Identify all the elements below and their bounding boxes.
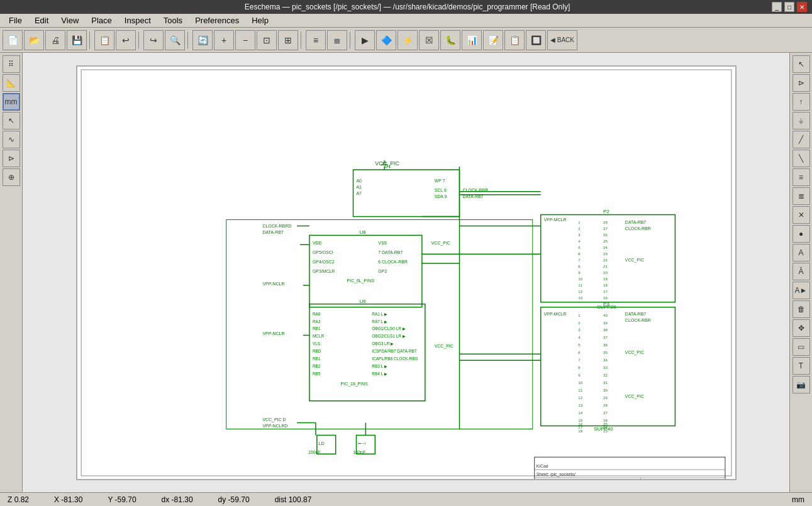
svg-text:SUPP40: SUPP40 (594, 426, 613, 432)
mm-units-button[interactable]: mm (3, 93, 20, 111)
svg-text:29: 29 (603, 396, 608, 400)
power-right-button[interactable]: ↑ (793, 93, 810, 111)
svg-text:13: 13 (578, 404, 582, 407)
zoom-level: Z 0.82 (8, 495, 29, 504)
svg-text:18: 18 (603, 283, 608, 287)
text-right-button[interactable]: A (793, 244, 810, 261)
toolbar-button-7[interactable]: 🔍 (165, 30, 185, 50)
svg-text:RB1: RB1 (312, 356, 320, 361)
menu-item-file[interactable]: File (3, 14, 28, 26)
toolbar-button-11[interactable]: ⊡ (257, 30, 277, 50)
toolbar-button-9[interactable]: + (214, 30, 234, 50)
svg-text:40: 40 (603, 314, 608, 317)
canvas-area[interactable]: VCC_PIC U1 A0 A1 A7 WP 7 SCL 8 SDA 9 CLO… (23, 53, 789, 492)
wire-button[interactable]: ∿ (3, 131, 20, 148)
toolbar-separator (350, 31, 352, 49)
close-button[interactable]: ✕ (797, 2, 807, 12)
toolbar-button-6[interactable]: ↪ (143, 30, 164, 50)
text2-right-button[interactable]: Ā (793, 263, 810, 280)
toolbar-button-1[interactable]: 📂 (24, 30, 44, 50)
svg-text:37: 37 (603, 336, 608, 339)
svg-text:31: 31 (603, 381, 608, 385)
svg-text:17: 17 (603, 290, 608, 294)
toolbar-button-14[interactable]: ≣ (327, 30, 347, 50)
toolbar-button-23[interactable]: 🔲 (526, 30, 546, 50)
hier-pin-button[interactable]: ⊳ (3, 150, 20, 167)
menu-item-edit[interactable]: Edit (28, 14, 55, 26)
toolbar-button-5[interactable]: ↩ (116, 30, 136, 50)
line1-right-button[interactable]: ╱ (793, 131, 810, 148)
junction-button[interactable]: ⊕ (3, 168, 20, 186)
toolbar-button-0[interactable]: 📄 (3, 30, 23, 50)
coord-y: Y -59.70 (108, 495, 136, 504)
select-right-button[interactable]: ↖ (793, 55, 810, 73)
junction-right-button[interactable]: ● (793, 225, 810, 243)
label-right-button[interactable]: A► (793, 282, 810, 299)
cross-right-button[interactable]: ✕ (793, 206, 810, 224)
menu-item-tools[interactable]: Tools (157, 14, 189, 26)
svg-text:13: 13 (578, 296, 582, 300)
svg-text:A0: A0 (356, 179, 362, 183)
svg-text:11: 11 (578, 388, 582, 392)
textT-right-button[interactable]: T (793, 357, 810, 375)
svg-text:SDA  9: SDA 9 (434, 194, 447, 199)
svg-text:RBD: RBD (312, 349, 321, 353)
svg-text:34: 34 (603, 358, 608, 362)
svg-text:27: 27 (603, 411, 608, 415)
toolbar-button-10[interactable]: − (235, 30, 255, 50)
svg-text:23: 23 (603, 252, 608, 256)
svg-text:VCC_PIC: VCC_PIC (625, 350, 643, 355)
bus-right-button[interactable]: ≡ (793, 168, 810, 186)
svg-text:25: 25 (603, 239, 608, 243)
dots-grid-button[interactable]: ⠿ (3, 55, 20, 73)
svg-text:CLOCK-RBR: CLOCK-RBR (625, 318, 650, 322)
toolbar-button-8[interactable]: 🔄 (192, 30, 213, 50)
toolbar-button-22[interactable]: 📋 (504, 30, 525, 50)
toolbar-button-19[interactable]: 🐛 (440, 30, 460, 50)
toolbar-back-button[interactable]: ◀ BACK (547, 30, 577, 50)
toolbar-button-12[interactable]: ⊞ (278, 30, 298, 50)
dist: dist 100.87 (275, 495, 312, 504)
menu-item-inspect[interactable]: Inspect (118, 14, 157, 26)
menu-item-place[interactable]: Place (85, 14, 118, 26)
svg-text:RB4  L ▶: RB4 L ▶ (372, 371, 387, 376)
menu-item-view[interactable]: View (55, 14, 85, 26)
svg-text:10: 10 (578, 277, 582, 281)
minimize-button[interactable]: _ (772, 2, 782, 12)
svg-text:27: 27 (603, 227, 608, 231)
maximize-button[interactable]: □ (784, 2, 794, 12)
toolbar-button-20[interactable]: 📊 (462, 30, 482, 50)
menu-item-preferences[interactable]: Preferences (189, 14, 245, 26)
delete-right-button[interactable]: 🗑 (793, 300, 810, 318)
svg-text:Sheet: /pic_sockets/: Sheet: /pic_sockets/ (536, 472, 575, 477)
svg-text:PIC_6L_PINS: PIC_6L_PINS (347, 278, 374, 283)
toolbar-button-13[interactable]: ≡ (306, 30, 326, 50)
toolbar-button-15[interactable]: ▶ (355, 30, 375, 50)
toolbar-button-16[interactable]: 🔷 (376, 30, 396, 50)
toolbar-button-17[interactable]: ⚡ (398, 30, 418, 50)
svg-text:KiCad: KiCad (536, 464, 548, 468)
toolbar-button-18[interactable]: ☒ (419, 30, 439, 50)
svg-text:ICSPDA/RB7  DATA-RB7: ICSPDA/RB7 DATA-RB7 (372, 349, 417, 353)
title-bar-controls: _ □ ✕ (772, 2, 807, 12)
camera-right-button[interactable]: 📷 (793, 376, 810, 393)
bus2-right-button[interactable]: ≣ (793, 187, 810, 205)
toolbar-button-21[interactable]: 📝 (483, 30, 503, 50)
hier-nav-right-button[interactable]: ⊳ (793, 74, 810, 92)
svg-text:11: 11 (578, 283, 582, 287)
rect-right-button[interactable]: ▭ (793, 338, 810, 356)
toolbar-button-4[interactable]: 📋 (94, 30, 114, 50)
toolbar-button-2[interactable]: 🖨 (45, 30, 65, 50)
svg-text:GP2: GP2 (378, 269, 387, 273)
cursor-button[interactable]: ↖ (3, 112, 20, 129)
move-right-button[interactable]: ✥ (793, 319, 810, 337)
ruler-button[interactable]: 📐 (3, 74, 20, 92)
toolbar-button-3[interactable]: 💾 (67, 30, 87, 50)
svg-text:RA3: RA3 (312, 319, 320, 324)
svg-text:PIC_18_PINS: PIC_18_PINS (340, 382, 368, 387)
svg-text:VPP-NCLR: VPP-NCLR (262, 331, 284, 336)
svg-text:U6: U6 (359, 299, 366, 304)
menu-item-help[interactable]: Help (245, 14, 275, 26)
line2-right-button[interactable]: ╲ (793, 150, 810, 167)
gnd-right-button[interactable]: ⏚ (793, 112, 810, 129)
